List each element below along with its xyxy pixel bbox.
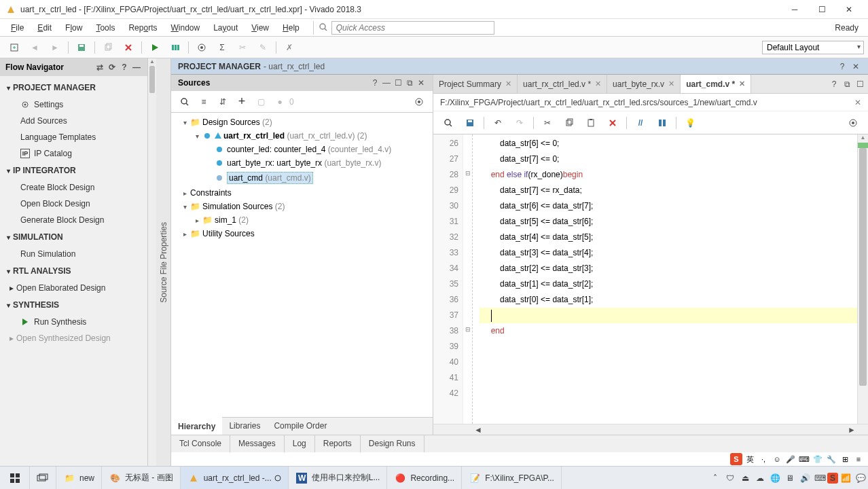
menu-tools[interactable]: Tools <box>89 20 122 35</box>
fn-item[interactable]: IPIP Catalog <box>0 145 147 162</box>
close-icon[interactable]: ✕ <box>668 79 674 88</box>
ed-paste-icon[interactable] <box>581 113 600 132</box>
tray-monitor-icon[interactable]: 🖥 <box>782 467 797 490</box>
sources-popout-icon[interactable]: ⧉ <box>405 78 414 88</box>
collapse-icon[interactable]: ⇄ <box>94 62 105 73</box>
fn-section[interactable]: ▾PROJECT MANAGER <box>0 79 147 96</box>
fn-item[interactable]: ▸Open Elaborated Design <box>0 280 147 296</box>
quick-access-input[interactable] <box>331 21 494 35</box>
taskview-button[interactable] <box>30 467 56 490</box>
fn-item[interactable]: Language Templates <box>0 129 147 145</box>
close-icon[interactable]: ✕ <box>595 79 601 88</box>
src-add-icon[interactable]: + <box>234 94 250 110</box>
tab-uart-rx-ctrl-led[interactable]: uart_rx_ctrl_led.v *✕ <box>518 75 607 93</box>
src-edit-icon[interactable]: ▢ <box>253 94 269 110</box>
menu-view[interactable]: View <box>245 20 276 35</box>
tree-design-sources[interactable]: ▾📁 Design Sources (2) <box>171 115 433 129</box>
tab-hierarchy[interactable]: Hierarchy <box>171 417 222 435</box>
menu-flow[interactable]: Flow <box>58 20 89 35</box>
editor-help-icon[interactable]: ? <box>829 79 839 89</box>
ime-keyboard-icon[interactable]: ⌨ <box>798 453 810 465</box>
ime-lang[interactable]: 英 <box>744 453 756 465</box>
src-collapse-icon[interactable]: ≡ <box>196 94 212 110</box>
tray-up-icon[interactable]: ˄ <box>708 467 723 490</box>
vscrollbar[interactable]: ▲ <box>857 134 868 424</box>
close-button[interactable]: ✕ <box>835 0 863 19</box>
editor-popout-icon[interactable]: ⧉ <box>842 79 852 89</box>
tree-sim1[interactable]: ▸📁 sim_1 (2) <box>171 213 433 227</box>
sources-minimize-icon[interactable]: — <box>382 78 391 88</box>
fn-item[interactable]: Add Sources <box>0 113 147 129</box>
debug-button[interactable]: ✗ <box>281 39 298 56</box>
tab-log[interactable]: Log <box>285 435 315 452</box>
close-icon[interactable]: ✕ <box>505 79 511 88</box>
ed-copy-icon[interactable] <box>560 113 579 132</box>
taskbar-paint[interactable]: 🎨 无标题 - 画图 <box>102 467 181 490</box>
src-expand-icon[interactable]: ⇵ <box>215 94 231 110</box>
fn-item[interactable]: Open Block Design <box>0 196 147 212</box>
ed-search-icon[interactable] <box>439 113 458 132</box>
tree-uart-byte-rx[interactable]: uart_byte_rx : uart_byte_rx (uart_byte_r… <box>171 156 433 170</box>
tab-libraries[interactable]: Libraries <box>222 418 267 435</box>
menu-file[interactable]: File <box>4 20 31 35</box>
taskbar-recording[interactable]: 🔴 Recording... <box>387 467 462 490</box>
tab-reports[interactable]: Reports <box>315 435 361 452</box>
tray-globe-icon[interactable]: 🌐 <box>767 467 782 490</box>
ime-menu-icon[interactable]: ≡ <box>852 453 865 465</box>
tab-uart-byte-rx[interactable]: uart_byte_rx.v✕ <box>607 75 681 93</box>
layout-select[interactable]: Default Layout <box>762 41 864 54</box>
new-button[interactable] <box>5 39 23 56</box>
tray-sogou-icon[interactable]: S <box>827 473 838 484</box>
tree-constraints[interactable]: ▸Constraints <box>171 186 433 200</box>
minimize-button[interactable]: ─ <box>781 0 808 19</box>
tab-design-runs[interactable]: Design Runs <box>361 435 424 452</box>
cut-button[interactable]: ✂ <box>234 39 251 56</box>
ed-delete-icon[interactable] <box>603 113 622 132</box>
ime-punct-icon[interactable]: ·, <box>757 453 770 465</box>
tab-tcl-console[interactable]: Tcl Console <box>171 435 230 452</box>
taskbar-npp[interactable]: 📝 F:\Xilinx_FPGA\P... <box>462 467 562 490</box>
fn-item[interactable]: Run Synthesis <box>0 314 147 330</box>
fn-item[interactable]: ▸Open Synthesized Design <box>0 330 147 346</box>
sources-maximize-icon[interactable]: ☐ <box>393 78 403 88</box>
path-close-icon[interactable]: ✕ <box>854 98 861 107</box>
help-icon[interactable]: ? <box>119 62 130 73</box>
sources-close-icon[interactable]: ✕ <box>416 78 426 88</box>
editor-maximize-icon[interactable]: ☐ <box>854 79 865 89</box>
menu-window[interactable]: Window <box>164 20 206 35</box>
cancel-button[interactable] <box>120 39 137 56</box>
ed-save-icon[interactable] <box>460 113 480 132</box>
tree-uart-cmd[interactable]: uart_cmd (uart_cmd.v) <box>171 170 433 186</box>
ed-cut-icon[interactable]: ✂ <box>538 113 557 132</box>
start-button[interactable] <box>0 467 30 490</box>
fn-item[interactable]: Create Block Design <box>0 179 147 196</box>
code-editor[interactable]: 2627282930313233343536373839404142 ⊟⊟ da… <box>433 134 868 424</box>
tray-volume-icon[interactable]: 🔊 <box>797 467 812 490</box>
pm-close-icon[interactable]: ✕ <box>850 62 861 71</box>
copy-button[interactable] <box>99 39 117 56</box>
pencil-button[interactable]: ✎ <box>254 39 272 56</box>
step-button[interactable] <box>166 39 184 56</box>
refresh-icon[interactable]: ⟳ <box>107 62 117 73</box>
src-search-icon[interactable] <box>177 94 193 110</box>
tab-compile-order[interactable]: Compile Order <box>267 418 333 435</box>
tray-keyboard-icon[interactable]: ⌨ <box>812 467 827 490</box>
tray-usb-icon[interactable]: ⏏ <box>738 467 753 490</box>
fn-section[interactable]: ▾SIMULATION <box>0 228 147 246</box>
ed-undo-icon[interactable]: ↶ <box>488 113 507 132</box>
tray-cloud-icon[interactable]: ☁ <box>753 467 767 490</box>
ime-mic-icon[interactable]: 🎤 <box>784 453 797 465</box>
menu-reports[interactable]: Reports <box>122 20 164 35</box>
sigma-button[interactable]: Σ <box>213 39 231 56</box>
pm-help-icon[interactable]: ? <box>837 62 848 71</box>
fn-section[interactable]: ▾RTL ANALYSIS <box>0 262 147 280</box>
tray-action-icon[interactable]: 💬 <box>853 467 868 490</box>
tree-top-module[interactable]: ▾ uart_rx_ctrl_led (uart_rx_ctrl_led.v) … <box>171 129 433 143</box>
ime-toolbox-icon[interactable]: 🔧 <box>825 453 837 465</box>
forward-button[interactable]: ► <box>46 39 64 56</box>
ed-comment-icon[interactable]: // <box>631 113 650 132</box>
fn-item[interactable]: Run Simulation <box>0 246 147 262</box>
menu-help[interactable]: Help <box>276 20 306 35</box>
ed-settings-icon[interactable] <box>844 113 863 132</box>
src-show-icon[interactable]: ● <box>272 94 288 110</box>
